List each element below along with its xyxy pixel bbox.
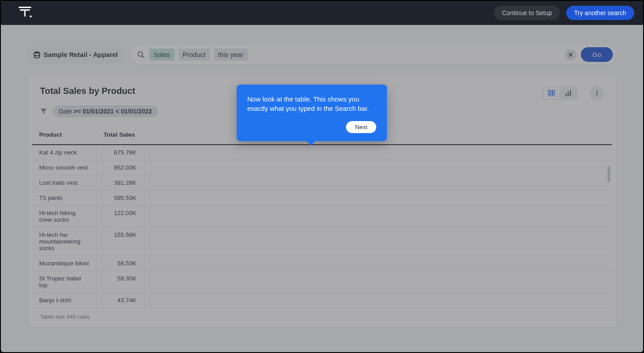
table-row[interactable]: T5 pants595.53K (32, 191, 612, 206)
onboarding-popover: Now look at the table. This shows you ex… (237, 85, 387, 141)
cell-product: Lost trails vest (32, 175, 97, 191)
table-row[interactable]: St Tropez halter top59.35K (32, 271, 612, 293)
search-token-sales[interactable]: Sales (149, 49, 175, 61)
search-bar[interactable]: Sales Product this year Go (130, 45, 616, 65)
report-title: Total Sales by Product (40, 86, 135, 96)
cell-product: Hi-tech hw mountaineering socks (32, 227, 97, 256)
popover-arrow-icon (306, 140, 316, 146)
svg-point-4 (34, 51, 40, 53)
table-row[interactable]: Hi-tech hiking crew socks122.03K (32, 206, 612, 227)
svg-rect-14 (565, 93, 567, 96)
cell-empty (145, 191, 612, 206)
svg-rect-16 (570, 90, 571, 96)
cell-total-sales: 43.74K (97, 293, 145, 308)
cell-total-sales: 391.26K (97, 175, 145, 191)
filter-prefix: Date (59, 108, 72, 115)
cell-total-sales: 675.78K (97, 145, 145, 160)
cell-total-sales: 595.53K (97, 191, 145, 206)
cell-empty (145, 293, 612, 308)
cell-empty (145, 271, 612, 293)
cell-empty (145, 175, 612, 191)
close-icon (568, 53, 573, 57)
cell-total-sales: 58.53K (97, 256, 145, 271)
cell-total-sales: 852.03K (97, 160, 145, 175)
table-row[interactable]: Micro smooth vest852.03K (32, 160, 612, 175)
cell-product: Mozambique bikini (32, 256, 97, 271)
table-row[interactable]: Hi-tech hw mountaineering socks155.58K (32, 227, 612, 256)
cell-empty (145, 227, 612, 256)
popover-text: Now look at the table. This shows you ex… (247, 94, 376, 113)
search-tokens: Sales Product this year (149, 49, 560, 61)
chart-view-button[interactable] (560, 87, 576, 99)
cell-empty (145, 145, 612, 160)
cell-product: T5 pants (32, 191, 97, 206)
database-icon (34, 51, 40, 58)
bar-chart-icon (565, 90, 572, 96)
search-token-product[interactable]: Product (178, 49, 210, 61)
cell-product: Micro smooth vest (32, 160, 97, 175)
view-toggle (543, 86, 577, 100)
cell-product: Hi-tech hiking crew socks (32, 206, 97, 227)
column-header-product[interactable]: Product (32, 125, 97, 145)
svg-rect-0 (19, 7, 31, 8)
cell-product: Kat 4 zip neck (32, 145, 97, 160)
svg-rect-2 (24, 9, 26, 16)
cell-empty (145, 160, 612, 175)
cell-empty (145, 256, 612, 271)
date-filter-chip[interactable]: Date >= 01/01/2021 < 01/01/2022 (52, 105, 158, 117)
table-icon (548, 90, 555, 96)
scrollbar-thumb[interactable] (608, 166, 610, 183)
column-header-total-sales[interactable]: Total Sales (97, 125, 145, 145)
app-logo (19, 7, 35, 19)
continue-to-setup-button[interactable]: Continue to Setup (494, 6, 560, 20)
svg-line-6 (142, 56, 145, 58)
go-button[interactable]: Go (581, 47, 613, 62)
cell-total-sales: 59.35K (97, 271, 145, 293)
table-row-count: Table has 345 rows (32, 308, 612, 327)
svg-point-5 (138, 52, 143, 56)
data-source-selector[interactable]: Sample Retail - Apparel (28, 46, 124, 63)
top-bar: Continue to Setup Try another search (1, 1, 643, 25)
cell-product: Banjo t-shirt (32, 293, 97, 308)
filter-expression: >= 01/01/2021 < 01/01/2022 (73, 108, 152, 115)
cell-total-sales: 155.58K (97, 227, 145, 256)
cell-product: St Tropez halter top (32, 271, 97, 293)
table-row[interactable]: Lost trails vest391.26K (32, 175, 612, 191)
clear-search-button[interactable] (565, 49, 576, 61)
filter-icon (40, 108, 47, 115)
table-row[interactable]: Banjo t-shirt43.74K (32, 293, 612, 308)
next-button[interactable]: Next (346, 121, 376, 133)
try-another-search-button[interactable]: Try another search (566, 6, 634, 20)
search-token-this-year[interactable]: this year (213, 49, 248, 61)
table-row[interactable]: Mozambique bikini58.53K (32, 256, 612, 271)
info-button[interactable]: i (590, 86, 604, 100)
search-icon (137, 51, 145, 58)
table-view-button[interactable] (543, 87, 559, 99)
svg-rect-9 (548, 90, 555, 96)
svg-rect-15 (568, 92, 569, 96)
results-table: Product Total Sales Kat 4 zip neck675.78… (32, 125, 612, 327)
cell-empty (145, 206, 612, 227)
svg-point-3 (30, 16, 32, 17)
cell-total-sales: 122.03K (97, 206, 145, 227)
data-source-name: Sample Retail - Apparel (44, 51, 118, 58)
table-row[interactable]: Kat 4 zip neck675.78K (32, 145, 612, 160)
